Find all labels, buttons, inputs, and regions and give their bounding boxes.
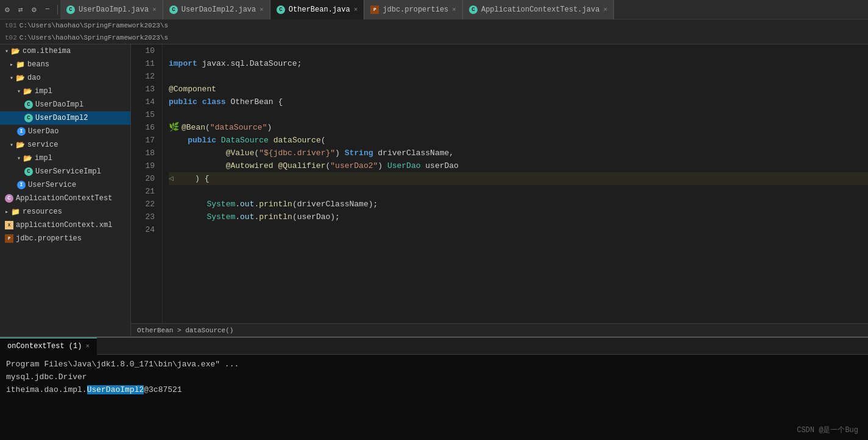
tab-icon-tab5: C — [469, 5, 478, 14]
path-label-t01: t01 — [5, 22, 17, 29]
token-ann: @Bean — [182, 121, 205, 134]
sidebar-item-0[interactable]: ▾📂com.itheima — [0, 44, 130, 58]
sidebar-label: UserServiceImpl — [35, 167, 101, 176]
token-plain — [169, 198, 206, 211]
token-str: "userDao2" — [330, 159, 378, 172]
line-number: 13 — [136, 83, 155, 96]
sidebar-label: beans — [27, 60, 49, 69]
editor-area: 101112131415161718192021222324 import ja… — [131, 44, 868, 337]
token-plain: (userDao); — [292, 211, 340, 223]
token-plain: ( — [325, 159, 330, 172]
sidebar-item-14[interactable]: Pjdbc.properties — [0, 232, 130, 245]
token-var: out — [240, 198, 254, 211]
sidebar-label: ApplicationContextTest — [16, 194, 112, 203]
line-number: 10 — [136, 44, 155, 57]
sidebar-item-5[interactable]: CUserDaoImpl2 — [0, 111, 130, 125]
chevron-icon: ▸ — [5, 208, 9, 215]
line-number: 19 — [136, 159, 155, 172]
token-method: println — [259, 211, 292, 223]
code-editor: 101112131415161718192021222324 import ja… — [131, 44, 868, 337]
code-line — [169, 223, 868, 236]
sidebar-label: resources — [23, 208, 62, 216]
tab-label-tab1: UserDaoImpl.java — [79, 5, 149, 14]
sidebar-item-11[interactable]: CApplicationContextTest — [0, 192, 130, 205]
code-line: 🌿@Bean("dataSource") — [169, 121, 868, 134]
settings-icon[interactable]: ⚙ — [2, 5, 12, 15]
token-plain: . — [235, 198, 240, 211]
class-icon: C — [24, 167, 33, 176]
sidebar-item-9[interactable]: CUserServiceImpl — [0, 165, 130, 178]
chevron-icon: ▾ — [17, 155, 21, 162]
sidebar-label: applicationContext.xml — [16, 221, 112, 229]
tab-close-tab1[interactable]: × — [152, 6, 157, 13]
bean-gutter-icon[interactable]: 🌿 — [169, 121, 179, 134]
token-plain — [169, 159, 226, 172]
code-line — [169, 185, 868, 198]
token-plain — [269, 134, 273, 147]
interface-icon: I — [17, 181, 26, 189]
tab-tab1[interactable]: CUserDaoImpl.java× — [60, 0, 163, 19]
token-plain: userDao — [421, 159, 459, 172]
token-str: "dataSource" — [210, 121, 267, 134]
sidebar-item-7[interactable]: ▾📂service — [0, 138, 130, 152]
tab-tab5[interactable]: CApplicationContextTest.java× — [463, 0, 614, 19]
line-number: 22 — [136, 198, 155, 211]
terminal-close-icon[interactable]: × — [85, 343, 90, 350]
path-label-t02: t02 — [5, 34, 17, 41]
sidebar-item-3[interactable]: ▾📂impl — [0, 85, 130, 98]
folder-icon: 📁 — [16, 60, 25, 69]
terminal-tab[interactable]: onContextTest (1) × — [0, 338, 97, 355]
tab-label-tab3: OtherBean.java — [289, 5, 350, 14]
token-str: "${jdbc.driver}" — [259, 147, 335, 159]
tab-close-tab2[interactable]: × — [259, 6, 264, 13]
sidebar-item-10[interactable]: IUserService — [0, 178, 130, 192]
sidebar-item-1[interactable]: ▸📁beans — [0, 58, 130, 71]
tab-close-tab5[interactable]: × — [603, 6, 607, 13]
code-line: ◁ ) { — [169, 172, 868, 185]
tab-close-tab4[interactable]: × — [452, 6, 456, 13]
tab-label-tab5: ApplicationContextTest.java — [481, 5, 599, 14]
path-value-t02: C:\Users\haohao\SpringFramework2023\s — [19, 34, 168, 41]
code-line: System.out.println(userDao); — [169, 211, 868, 223]
sidebar-item-6[interactable]: IUserDao — [0, 125, 130, 138]
code-line — [169, 108, 868, 121]
line-number: 24 — [136, 223, 155, 236]
sidebar-item-4[interactable]: CUserDaoImpl — [0, 98, 130, 111]
tab-tab4[interactable]: Pjdbc.properties× — [364, 0, 463, 19]
terminal-line: mysql.jdbc.Driver — [6, 371, 862, 384]
token-plain: . — [254, 198, 259, 211]
terminal-text: @3c87521 — [144, 385, 182, 394]
token-plain: OtherBean { — [226, 96, 283, 108]
token-var: out — [240, 211, 254, 223]
class-icon: C — [24, 100, 33, 109]
token-kw: class — [202, 96, 226, 108]
token-ann: @Autowired — [226, 159, 273, 172]
terminal-text: itheima.dao.impl. — [6, 385, 87, 394]
close-icon[interactable]: − — [43, 5, 52, 15]
tab-icon-tab4: P — [370, 5, 379, 14]
line-number: 14 — [136, 96, 155, 108]
token-plain — [169, 147, 226, 159]
sidebar-item-12[interactable]: ▸📁resources — [0, 205, 130, 218]
chevron-icon: ▾ — [5, 47, 9, 55]
token-method: println — [259, 198, 292, 211]
gear2-icon[interactable]: ⚙ — [29, 5, 39, 15]
token-type: System — [206, 198, 235, 211]
folder-icon: 📁 — [11, 208, 20, 217]
chevron-icon: ▾ — [10, 141, 13, 148]
sidebar-label: UserDao — [28, 127, 58, 136]
sidebar-item-13[interactable]: XapplicationContext.xml — [0, 218, 130, 232]
token-kw: public — [169, 96, 197, 108]
split-icon[interactable]: ⇄ — [16, 5, 26, 15]
tab-tab3[interactable]: COtherBean.java× — [270, 0, 364, 19]
interface-icon: I — [17, 127, 26, 136]
tab-icon-tab1: C — [66, 5, 75, 14]
token-plain — [216, 134, 221, 147]
line-number: 17 — [136, 134, 155, 147]
tab-close-tab3[interactable]: × — [354, 6, 358, 13]
sidebar-item-2[interactable]: ▾📂dao — [0, 71, 130, 85]
sidebar-label: dao — [27, 74, 41, 82]
tab-tab2[interactable]: CUserDaoImpl2.java× — [163, 0, 270, 19]
app-icon: C — [5, 194, 13, 203]
sidebar-item-8[interactable]: ▾📂impl — [0, 152, 130, 165]
